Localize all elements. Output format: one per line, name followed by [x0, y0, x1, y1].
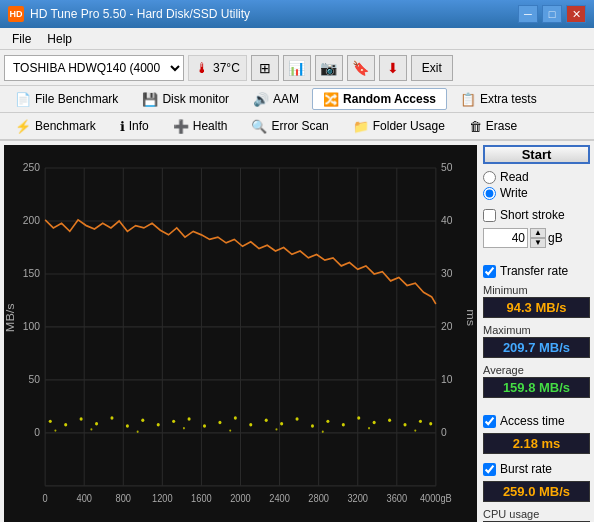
- tab-health[interactable]: ➕ Health: [162, 115, 239, 137]
- drive-select[interactable]: TOSHIBA HDWQ140 (4000 gB): [4, 55, 184, 81]
- spinbox-down[interactable]: ▼: [530, 238, 546, 248]
- extra-tests-icon: 📋: [460, 92, 476, 107]
- tab-disk-monitor[interactable]: 💾 Disk monitor: [131, 88, 240, 110]
- radio-write[interactable]: Write: [483, 186, 590, 200]
- svg-point-70: [54, 429, 56, 431]
- svg-point-60: [296, 417, 299, 420]
- toolbar-btn-3[interactable]: 📷: [315, 55, 343, 81]
- svg-point-46: [80, 417, 83, 420]
- minimize-button[interactable]: ─: [518, 5, 538, 23]
- svg-point-67: [403, 423, 406, 426]
- svg-point-74: [229, 429, 231, 431]
- tab-benchmark-label: Benchmark: [35, 119, 96, 133]
- svg-text:2400: 2400: [269, 492, 290, 504]
- tab-disk-monitor-label: Disk monitor: [162, 92, 229, 106]
- svg-text:3600: 3600: [387, 492, 408, 504]
- svg-point-50: [141, 418, 144, 421]
- checkbox-burst-rate[interactable]: Burst rate: [483, 462, 590, 476]
- short-stroke-checkbox[interactable]: [483, 209, 496, 222]
- tab-health-label: Health: [193, 119, 228, 133]
- menu-bar: File Help: [0, 28, 594, 50]
- radio-read[interactable]: Read: [483, 170, 590, 184]
- svg-text:1200: 1200: [152, 492, 173, 504]
- svg-point-44: [49, 420, 52, 423]
- checkbox-transfer-rate[interactable]: Transfer rate: [483, 264, 590, 278]
- nav-tabs-row2: ⚡ Benchmark ℹ Info ➕ Health 🔍 Error Scan…: [0, 113, 594, 140]
- svg-text:0: 0: [34, 426, 40, 439]
- error-scan-icon: 🔍: [251, 119, 267, 134]
- nav-tabs-container: 📄 File Benchmark 💾 Disk monitor 🔊 AAM 🔀 …: [0, 86, 594, 141]
- svg-text:MB/s: MB/s: [4, 303, 17, 332]
- toolbar-btn-download[interactable]: ⬇: [379, 55, 407, 81]
- toolbar-btn-4[interactable]: 🔖: [347, 55, 375, 81]
- tab-error-scan[interactable]: 🔍 Error Scan: [240, 115, 339, 137]
- app-icon: HD: [8, 6, 24, 22]
- svg-text:0: 0: [43, 492, 49, 504]
- menu-help[interactable]: Help: [39, 30, 80, 48]
- svg-point-45: [64, 423, 67, 426]
- svg-point-73: [183, 427, 185, 429]
- radio-read-input[interactable]: [483, 171, 496, 184]
- toolbar-btn-2[interactable]: 📊: [283, 55, 311, 81]
- spinbox-up[interactable]: ▲: [530, 228, 546, 238]
- close-button[interactable]: ✕: [566, 5, 586, 23]
- random-access-icon: 🔀: [323, 92, 339, 107]
- chart-svg: 250 200 150 100 50 0 MB/s 50 40 30 20 10…: [4, 145, 477, 522]
- access-time-checkbox[interactable]: [483, 415, 496, 428]
- radio-group-rw: Read Write: [483, 170, 590, 200]
- burst-rate-label: Burst rate: [500, 462, 552, 476]
- exit-button[interactable]: Exit: [411, 55, 453, 81]
- short-stroke-spinbox[interactable]: [483, 228, 528, 248]
- transfer-rate-label: Transfer rate: [500, 264, 568, 278]
- svg-point-56: [234, 416, 237, 419]
- checkbox-access-time[interactable]: Access time: [483, 414, 590, 428]
- title-bar-controls: ─ □ ✕: [518, 5, 586, 23]
- tab-random-access[interactable]: 🔀 Random Access: [312, 88, 447, 110]
- svg-text:250: 250: [23, 161, 40, 174]
- tab-erase[interactable]: 🗑 Erase: [458, 115, 528, 137]
- minimum-label: Minimum: [483, 284, 590, 296]
- svg-point-48: [110, 416, 113, 419]
- temperature-value: 37°C: [213, 61, 240, 75]
- tab-extra-tests[interactable]: 📋 Extra tests: [449, 88, 548, 110]
- temperature-badge: 🌡 37°C: [188, 55, 247, 81]
- transfer-rate-checkbox[interactable]: [483, 265, 496, 278]
- tab-benchmark[interactable]: ⚡ Benchmark: [4, 115, 107, 137]
- thermometer-icon: 🌡: [195, 60, 209, 76]
- tab-aam[interactable]: 🔊 AAM: [242, 88, 310, 110]
- start-button[interactable]: Start: [483, 145, 590, 164]
- toolbar-btn-1[interactable]: ⊞: [251, 55, 279, 81]
- tab-folder-usage[interactable]: 📁 Folder Usage: [342, 115, 456, 137]
- tab-random-access-label: Random Access: [343, 92, 436, 106]
- svg-point-76: [322, 431, 324, 433]
- svg-text:20: 20: [441, 320, 452, 333]
- svg-point-66: [388, 418, 391, 421]
- tab-file-benchmark[interactable]: 📄 File Benchmark: [4, 88, 129, 110]
- right-panel: Start Read Write Short stroke ▲ ▼ gB: [479, 141, 594, 522]
- checkbox-short-stroke[interactable]: Short stroke: [483, 208, 590, 222]
- svg-point-64: [357, 416, 360, 419]
- svg-point-52: [172, 420, 175, 423]
- burst-rate-checkbox[interactable]: [483, 463, 496, 476]
- svg-text:40: 40: [441, 214, 452, 227]
- radio-write-label: Write: [500, 186, 528, 200]
- tab-folder-usage-label: Folder Usage: [373, 119, 445, 133]
- health-icon: ➕: [173, 119, 189, 134]
- menu-file[interactable]: File: [4, 30, 39, 48]
- average-label: Average: [483, 364, 590, 376]
- cpu-usage-label: CPU usage: [483, 508, 590, 520]
- spinbox-row: ▲ ▼ gB: [483, 228, 590, 248]
- svg-point-55: [218, 421, 221, 424]
- maximize-button[interactable]: □: [542, 5, 562, 23]
- svg-text:0: 0: [441, 426, 447, 439]
- aam-icon: 🔊: [253, 92, 269, 107]
- svg-text:ms: ms: [464, 309, 477, 326]
- stat-minimum: Minimum 94.3 MB/s: [483, 284, 590, 318]
- svg-text:10: 10: [441, 373, 452, 386]
- average-value: 159.8 MB/s: [483, 377, 590, 398]
- folder-usage-icon: 📁: [353, 119, 369, 134]
- access-time-value: 2.18 ms: [483, 433, 590, 454]
- radio-write-input[interactable]: [483, 187, 496, 200]
- tab-info[interactable]: ℹ Info: [109, 115, 160, 137]
- svg-text:150: 150: [23, 267, 40, 280]
